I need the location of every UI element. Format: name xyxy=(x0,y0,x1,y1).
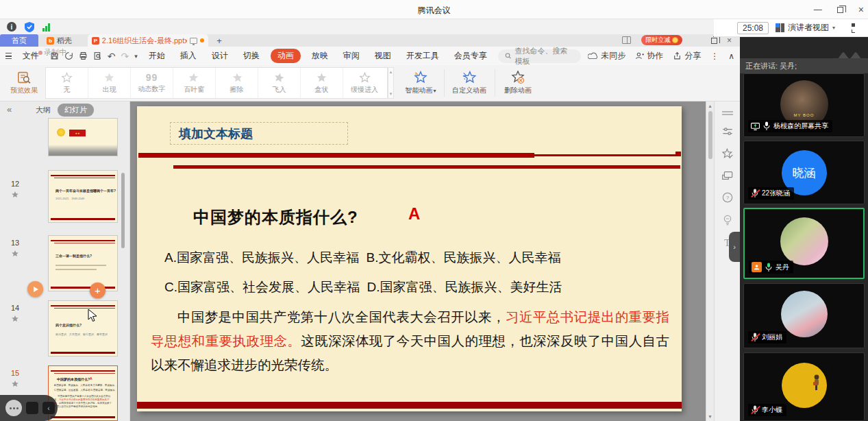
animation-none[interactable]: 无 xyxy=(46,68,88,98)
menu-devtools[interactable]: 开发工具 xyxy=(402,49,443,63)
answer-letter[interactable]: A xyxy=(408,204,420,224)
slide-thumbnail-12[interactable]: 两个一百年奋斗目标是指哪两个一百年? 1921-2021、1949-2049 xyxy=(48,170,118,223)
custom-animation-button[interactable]: 自定义动画 xyxy=(447,67,492,99)
new-tab-button[interactable]: + xyxy=(214,35,225,46)
coin-icon xyxy=(672,37,678,43)
animation-appear[interactable]: 出现 xyxy=(88,68,131,98)
shield-icon[interactable] xyxy=(25,22,34,32)
slide-title-placeholder[interactable]: 填加文本标题 xyxy=(170,122,348,145)
slide-canvas[interactable]: 填加文本标题 中国梦的本质指什么? A A.国家富强、民族振兴、人民幸福 B.文… xyxy=(137,106,682,411)
star-icon xyxy=(359,72,371,84)
slide-thumbnail-14[interactable]: 四个意识指什么? 政治意识、大局意识、核心意识、看齐意识 xyxy=(48,300,118,357)
options-row-1[interactable]: A.国家富强、民族振兴、人民幸福 B.文化霸权、民族振兴、人民幸福 xyxy=(164,249,560,267)
participant-tile[interactable]: 李小蝶 xyxy=(743,352,865,421)
print-icon[interactable] xyxy=(79,51,88,60)
scrollbar-thumb[interactable] xyxy=(708,111,712,159)
menu-animation[interactable]: 动画 xyxy=(271,49,301,63)
sidebar-scrollbar[interactable] xyxy=(121,173,125,248)
tab-outline[interactable]: 大纲 xyxy=(36,105,51,115)
switch-window-icon[interactable] xyxy=(722,171,733,180)
mouse-cursor xyxy=(88,309,97,322)
star-icon xyxy=(61,72,73,84)
participant-tile[interactable]: 刘丽娟 xyxy=(743,283,865,348)
print-preview-icon[interactable] xyxy=(93,51,102,60)
options-row-2[interactable]: C.国家富强、社会发展、人民幸福 D.国家富强、民族振兴、美好生活 xyxy=(164,278,562,296)
expand-panel-tab[interactable]: › xyxy=(729,232,740,262)
scroll-down-icon[interactable]: ▼ xyxy=(708,414,712,419)
present-icon[interactable] xyxy=(190,38,197,44)
wps-close-icon[interactable]: × xyxy=(727,36,732,45)
collapse-ribbon-icon[interactable]: ∧ xyxy=(728,51,734,61)
redo-icon[interactable]: ↷ xyxy=(121,51,129,62)
menu-transition[interactable]: 切换 xyxy=(239,49,264,63)
menu-slideshow[interactable]: 放映 xyxy=(308,49,332,63)
animation-box[interactable]: 盒状 xyxy=(301,68,343,98)
slide-thumbnail-15-selected[interactable]: 中国梦的本质指什么? A A.国家富强、民族振兴、人民幸福 B.文化霸权、民族振… xyxy=(48,365,118,421)
share-button[interactable]: 分享 xyxy=(673,50,701,62)
participant-tile[interactable]: 晓涵 22张晓涵 xyxy=(743,141,865,204)
close-icon[interactable]: × xyxy=(858,4,864,15)
meeting-topbar: 25:08 演讲者视图 ▾ xyxy=(714,19,868,37)
animation-fly-in[interactable]: 飞入 xyxy=(258,68,301,98)
lightbulb-icon[interactable] xyxy=(723,215,732,226)
layout-grid-icon xyxy=(776,23,784,32)
hamburger-icon[interactable] xyxy=(5,53,12,59)
participant-tile-sharer[interactable]: MY BOO 杨根森的屏幕共享 xyxy=(743,73,865,137)
canvas-scrollbar[interactable]: ▲ ▼ xyxy=(706,101,714,421)
animation-pane-icon[interactable] xyxy=(722,148,733,159)
scroll-up-icon[interactable]: ▲ xyxy=(708,104,712,108)
network-signal-icon[interactable] xyxy=(42,23,50,32)
tab-docer[interactable]: b 稻壳 xyxy=(41,34,77,47)
slide-question[interactable]: 中国梦的本质指什么? xyxy=(193,206,358,228)
preview-effect-button[interactable]: 预览效果 xyxy=(5,67,42,99)
menu-member[interactable]: 会员专享 xyxy=(450,49,491,63)
view-mode-select[interactable]: 演讲者视图 ▾ xyxy=(776,22,835,34)
play-preview-button[interactable] xyxy=(27,281,43,297)
command-search-input[interactable]: 查找命令、搜索模板 xyxy=(498,49,581,63)
collapse-sidebar-button[interactable]: « xyxy=(7,104,12,115)
back-button[interactable]: ‹ xyxy=(42,402,55,414)
avatar xyxy=(781,291,828,337)
fullscreen-icon[interactable] xyxy=(852,23,861,33)
help-icon[interactable]: ? xyxy=(722,192,733,203)
menu-review[interactable]: 审阅 xyxy=(339,49,364,63)
menu-design[interactable]: 设计 xyxy=(208,49,232,63)
gallery-scrollbar[interactable]: ▲ ▼ xyxy=(388,67,394,99)
tab-slides[interactable]: 幻灯片 xyxy=(58,104,94,117)
collaborate-button[interactable]: 协作 xyxy=(635,50,663,62)
add-slide-button[interactable]: + xyxy=(90,282,106,298)
tab-home[interactable]: 首页 xyxy=(0,34,38,47)
speaking-header: 正在讲话: 吴丹; xyxy=(740,58,868,73)
tab-document[interactable]: P 2.16组织生活会-最终.pptx xyxy=(88,34,208,47)
split-window-icon[interactable] xyxy=(622,36,631,44)
undo-icon[interactable]: ↶ xyxy=(108,51,116,62)
animation-slow-enter[interactable]: 缓慢进入 xyxy=(343,68,386,98)
animation-blinds[interactable]: 百叶窗 xyxy=(173,68,216,98)
menu-start[interactable]: 开始 xyxy=(145,49,169,63)
assistant-more-icon[interactable] xyxy=(5,400,22,416)
slide-paragraph[interactable]: 中国梦是中国共产党第十八次全国代表大会召开以来，习近平总书记提出的重要指导思想和… xyxy=(151,305,669,377)
meeting-info-icon[interactable]: i xyxy=(7,22,16,32)
toolbar-more-icon[interactable]: ▾ xyxy=(134,53,138,60)
more-menu-icon[interactable]: ⋮ xyxy=(710,51,719,61)
wps-restore-icon[interactable] xyxy=(711,38,717,44)
sync-status-button[interactable]: 未同步 xyxy=(588,50,625,62)
star-icon xyxy=(273,72,285,84)
minimize-icon[interactable]: — xyxy=(814,5,822,14)
panel-button[interactable] xyxy=(26,402,38,414)
star-icon xyxy=(316,72,327,84)
animation-dynamic-number[interactable]: 99 动态数字 xyxy=(131,68,173,98)
properties-sliders-icon[interactable] xyxy=(722,127,733,136)
drag-handle-icon[interactable] xyxy=(722,111,733,115)
menu-view[interactable]: 视图 xyxy=(371,49,395,63)
slide-thumbnail-13[interactable]: 三会一课一制是指什么? xyxy=(48,235,118,291)
restore-icon[interactable] xyxy=(837,7,843,13)
menu-insert[interactable]: 插入 xyxy=(176,49,201,63)
participant-tile-speaking[interactable]: 吴丹 xyxy=(743,208,865,279)
smart-animation-button[interactable]: 智能动画▾ xyxy=(399,67,442,99)
animation-wipe[interactable]: 擦除 xyxy=(216,68,258,98)
slide-thumbnail-cover[interactable]: ★★ xyxy=(48,118,118,156)
promo-button[interactable]: 限时立减 xyxy=(641,35,682,45)
floating-toolbar[interactable]: ‹ xyxy=(0,395,58,421)
delete-animation-button[interactable]: 删除动画 xyxy=(497,67,538,99)
